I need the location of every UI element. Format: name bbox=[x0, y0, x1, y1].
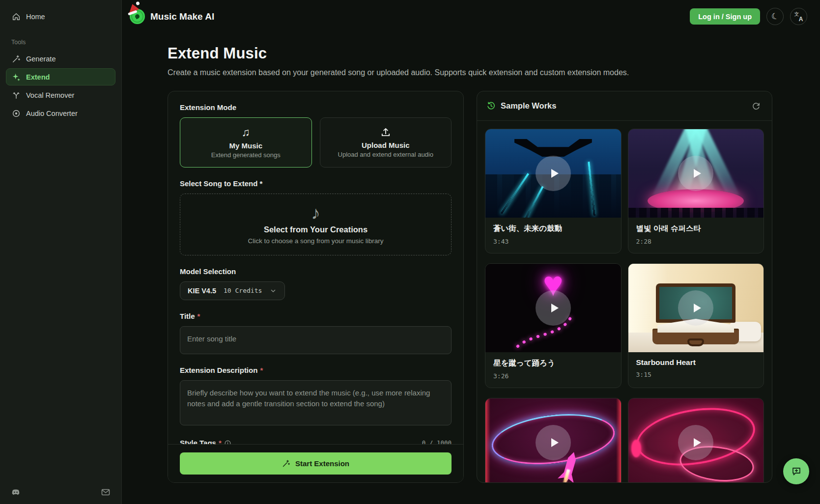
chat-plus-icon bbox=[791, 466, 802, 477]
sample-thumbnail-suitcase bbox=[628, 264, 764, 352]
magic-wand-icon bbox=[12, 55, 21, 63]
main-area: ♪ Music Make AI Log in / Sign up ☾ 文 A E… bbox=[122, 0, 820, 504]
topbar-actions: Log in / Sign up ☾ 文 A bbox=[690, 8, 807, 25]
music-note-icon: ♪ bbox=[136, 13, 140, 21]
sample-card[interactable] bbox=[628, 398, 764, 483]
refresh-button[interactable] bbox=[750, 100, 763, 112]
sidebar: Home Tools Generate Extend Vocal Remover… bbox=[0, 0, 122, 504]
extension-description-input[interactable] bbox=[180, 380, 452, 425]
brand[interactable]: ♪ Music Make AI bbox=[130, 9, 214, 24]
language-button[interactable]: 文 A bbox=[790, 8, 807, 25]
extension-description-label: Extension Description* bbox=[180, 366, 452, 375]
sidebar-item-label: Generate bbox=[26, 55, 56, 63]
sidebar-item-label: Vocal Remover bbox=[26, 91, 74, 99]
select-song-dropzone[interactable]: ♪ Select from Your Creations Click to ch… bbox=[180, 194, 452, 255]
moon-icon: ☾ bbox=[770, 10, 780, 22]
sample-title: Starbound Heart bbox=[636, 358, 756, 367]
history-clock-icon bbox=[486, 101, 496, 111]
sidebar-item-label: Home bbox=[26, 13, 45, 21]
music-notes-icon: ♫ bbox=[242, 127, 250, 138]
extension-form-card: Extension Mode ♫ My Music Extend generat… bbox=[168, 91, 464, 483]
sample-duration: 2:28 bbox=[636, 238, 756, 245]
char-counter: 0 / 1000 bbox=[422, 438, 452, 444]
sample-card[interactable] bbox=[485, 398, 622, 483]
mode-card-my-music[interactable]: ♫ My Music Extend generated songs bbox=[180, 117, 312, 168]
sidebar-item-label: Audio Converter bbox=[26, 110, 78, 117]
sample-duration: 3:43 bbox=[493, 238, 613, 245]
form-footer: Start Extension bbox=[168, 444, 463, 482]
theme-toggle-button[interactable]: ☾ bbox=[766, 8, 784, 25]
sidebar-item-extend[interactable]: Extend bbox=[6, 68, 115, 85]
page-content: Extend Music Create a music extension ba… bbox=[122, 25, 820, 483]
play-button[interactable] bbox=[678, 425, 713, 460]
title-label: Title* bbox=[180, 312, 452, 321]
top-bar: ♪ Music Make AI Log in / Sign up ☾ 文 A bbox=[122, 0, 820, 25]
mode-card-upload-music[interactable]: Upload Music Upload and extend external … bbox=[320, 117, 452, 168]
sample-works-grid: 蒼い街、未来の鼓動 3:43 별빛 아래 슈퍼스타 2:28 bbox=[477, 121, 772, 483]
mode-selector: ♫ My Music Extend generated songs Upload… bbox=[180, 117, 452, 168]
play-button[interactable] bbox=[678, 290, 713, 326]
page-title: Extend Music bbox=[168, 45, 820, 62]
sidebar-section-tools: Tools bbox=[11, 39, 110, 46]
sample-title: 蒼い街、未来の鼓動 bbox=[493, 224, 613, 234]
play-button[interactable] bbox=[536, 156, 571, 191]
page-subtitle: Create a music extension based on your g… bbox=[168, 68, 820, 77]
app-name: Music Make AI bbox=[150, 11, 214, 22]
sidebar-item-vocal-remover[interactable]: Vocal Remover bbox=[6, 86, 115, 104]
extension-form-body: Extension Mode ♫ My Music Extend generat… bbox=[168, 91, 463, 444]
play-button[interactable] bbox=[536, 425, 571, 460]
music-note-icon: ♪ bbox=[311, 204, 320, 222]
sample-title: 星を蹴って踊ろう bbox=[493, 358, 613, 368]
sidebar-item-audio-converter[interactable]: Audio Converter bbox=[6, 105, 115, 122]
model-selection-label: Model Selection bbox=[180, 267, 452, 276]
model-select-dropdown[interactable]: KIE V4.5 10 Credits bbox=[180, 281, 285, 301]
upload-icon bbox=[380, 127, 391, 138]
sample-card[interactable]: ♥ 星を蹴って踊ろう 3:26 bbox=[485, 263, 622, 388]
sample-thumbnail-rocket-rings bbox=[485, 398, 621, 483]
home-icon bbox=[12, 12, 21, 21]
extension-mode-label: Extension Mode bbox=[180, 103, 452, 112]
required-marker: * bbox=[198, 312, 200, 321]
sample-thumbnail-pink-rings bbox=[628, 398, 764, 483]
play-button[interactable] bbox=[678, 156, 713, 191]
required-marker: * bbox=[260, 366, 263, 375]
sample-works-header: Sample Works bbox=[477, 91, 772, 121]
sample-works-title: Sample Works bbox=[501, 101, 556, 111]
app-logo: ♪ bbox=[130, 9, 145, 24]
sample-card[interactable]: 蒼い街、未来の鼓動 3:43 bbox=[485, 129, 622, 253]
select-song-label: Select Song to Extend * bbox=[180, 179, 452, 188]
sidebar-item-home[interactable]: Home bbox=[6, 8, 115, 25]
sparkles-icon bbox=[12, 73, 21, 82]
translate-icon: 文 A bbox=[794, 12, 803, 21]
play-button[interactable] bbox=[536, 290, 571, 326]
sample-duration: 3:15 bbox=[636, 371, 756, 378]
magic-wand-icon bbox=[282, 459, 290, 468]
title-input[interactable] bbox=[180, 326, 452, 354]
sample-thumbnail-stage-spotlights bbox=[628, 129, 764, 218]
refresh-icon bbox=[752, 102, 761, 111]
sample-thumbnail-neon-heart: ♥ bbox=[485, 264, 621, 352]
feedback-chat-button[interactable] bbox=[783, 458, 809, 484]
model-credits-badge: 10 Credits bbox=[224, 287, 262, 294]
sample-duration: 3:26 bbox=[493, 372, 613, 380]
sample-card[interactable]: Starbound Heart 3:15 bbox=[628, 263, 764, 388]
chevron-down-icon bbox=[269, 287, 277, 295]
style-tags-label: Style Tags bbox=[180, 438, 216, 444]
sidebar-footer bbox=[0, 487, 121, 497]
login-signup-button[interactable]: Log in / Sign up bbox=[690, 8, 760, 25]
sample-title: 별빛 아래 슈퍼스타 bbox=[636, 224, 756, 234]
mail-icon[interactable] bbox=[101, 487, 111, 497]
required-marker: * bbox=[219, 438, 222, 444]
sample-works-panel: Sample Works 蒼い街、未来の鼓動 bbox=[477, 91, 772, 483]
sample-thumbnail-drone-city bbox=[485, 129, 621, 218]
sidebar-item-generate[interactable]: Generate bbox=[6, 50, 115, 67]
split-icon bbox=[12, 91, 21, 100]
sample-card[interactable]: 별빛 아래 슈퍼스타 2:28 bbox=[628, 129, 764, 253]
info-circle-icon bbox=[224, 440, 231, 444]
sidebar-item-label: Extend bbox=[26, 73, 50, 81]
discord-icon[interactable] bbox=[11, 487, 21, 497]
start-extension-button[interactable]: Start Extension bbox=[180, 452, 452, 475]
style-tags-row-clipped: Style Tags * 0 / 1000 bbox=[180, 438, 452, 444]
disc-icon bbox=[12, 109, 21, 118]
